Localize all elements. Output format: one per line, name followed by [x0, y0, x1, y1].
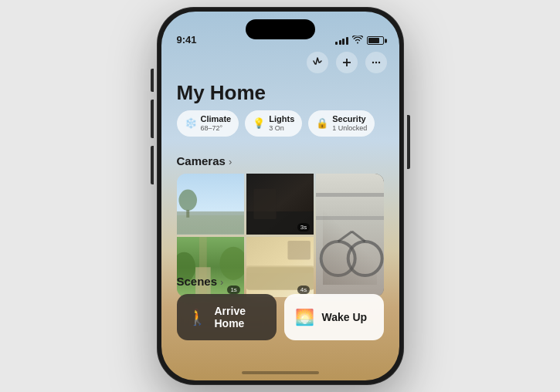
- svg-point-4: [378, 62, 379, 63]
- add-button[interactable]: [336, 52, 358, 73]
- home-indicator[interactable]: [242, 371, 319, 374]
- security-title: Security: [332, 114, 367, 124]
- volume-mute-button[interactable]: [151, 69, 154, 92]
- power-button[interactable]: [407, 115, 410, 169]
- lights-chip[interactable]: 💡 Lights 3 On: [245, 110, 302, 137]
- svg-line-16: [338, 231, 352, 242]
- svg-rect-6: [177, 211, 244, 234]
- cameras-arrow: ›: [229, 156, 232, 167]
- climate-icon: ❄️: [185, 117, 197, 129]
- voice-button[interactable]: [307, 52, 328, 73]
- status-time: 9:41: [177, 34, 197, 46]
- chips-row: ❄️ Climate 68–72° 💡 Lights 3 On 🔒 Securi…: [177, 110, 384, 137]
- scenes-cards: 🚶 Arrive Home 🌅 Wake Up: [177, 294, 384, 340]
- camera-2-badge: 3s: [297, 223, 310, 231]
- lights-chip-text: Lights 3 On: [269, 114, 294, 133]
- svg-point-3: [375, 62, 376, 63]
- cameras-header[interactable]: Cameras ›: [177, 154, 384, 167]
- security-icon: 🔒: [316, 117, 328, 129]
- wake-up-label: Wake Up: [322, 311, 368, 323]
- more-button[interactable]: [365, 52, 387, 73]
- security-chip[interactable]: 🔒 Security 1 Unlocked: [308, 110, 375, 137]
- wake-up-icon: 🌅: [295, 308, 314, 326]
- climate-chip-text: Climate 68–72°: [201, 114, 232, 133]
- svg-point-2: [372, 62, 373, 63]
- camera-1[interactable]: [177, 174, 244, 235]
- svg-rect-18: [316, 193, 383, 197]
- signal-bar-2: [339, 40, 341, 45]
- camera-2[interactable]: 3s: [246, 174, 314, 235]
- svg-rect-28: [287, 240, 310, 259]
- climate-chip[interactable]: ❄️ Climate 68–72°: [177, 110, 239, 137]
- climate-sub: 68–72°: [201, 124, 232, 133]
- svg-rect-9: [186, 210, 189, 218]
- scenes-header[interactable]: Scenes ›: [177, 275, 384, 288]
- svg-point-8: [178, 190, 197, 211]
- volume-down-button[interactable]: [151, 146, 154, 184]
- arrive-home-card[interactable]: 🚶 Arrive Home: [177, 294, 277, 340]
- battery-icon: [367, 36, 384, 45]
- cameras-title: Cameras: [177, 154, 226, 167]
- lights-icon: 💡: [253, 117, 265, 129]
- signal-bar-1: [335, 42, 338, 45]
- signal-bar-3: [342, 39, 344, 45]
- svg-rect-12: [253, 189, 276, 219]
- scenes-arrow: ›: [220, 276, 223, 288]
- battery-fill: [368, 38, 379, 43]
- phone-frame: 9:41: [157, 7, 404, 385]
- scenes-section: Scenes › 🚶 Arrive Home 🌅 Wake Up: [177, 275, 384, 340]
- arrive-home-icon: 🚶: [188, 308, 207, 326]
- svg-point-14: [321, 242, 355, 275]
- phone-screen: 9:41: [161, 12, 399, 380]
- security-sub: 1 Unlocked: [332, 124, 367, 133]
- top-actions: [307, 52, 387, 73]
- wifi-icon: [352, 35, 363, 46]
- security-chip-text: Security 1 Unlocked: [332, 114, 367, 133]
- dynamic-island: [246, 19, 315, 39]
- scenes-title: Scenes: [177, 275, 218, 288]
- svg-rect-27: [246, 265, 314, 273]
- page-title: My Home: [177, 81, 266, 105]
- volume-up-button[interactable]: [151, 100, 154, 138]
- svg-rect-19: [316, 216, 383, 220]
- climate-title: Climate: [201, 114, 232, 124]
- wake-up-card[interactable]: 🌅 Wake Up: [284, 294, 384, 340]
- svg-line-17: [352, 231, 365, 242]
- lights-sub: 3 On: [269, 124, 294, 133]
- status-icons: [335, 35, 384, 46]
- lights-title: Lights: [269, 114, 294, 124]
- svg-rect-7: [177, 215, 244, 235]
- signal-icon: [335, 37, 348, 45]
- arrive-home-label: Arrive Home: [215, 305, 266, 329]
- signal-bar-4: [346, 37, 348, 45]
